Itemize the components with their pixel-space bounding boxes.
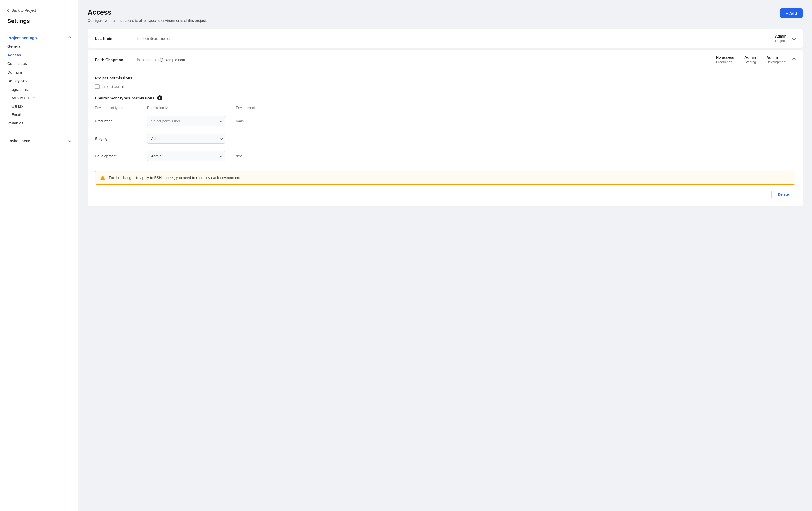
user-email-faith-chapman: faith.chapman@example.com <box>137 58 716 62</box>
page-header-left: Access Configure your users access to al… <box>88 8 207 23</box>
perm-level-production: No access <box>716 55 734 59</box>
sidebar-item-general[interactable]: General <box>0 42 78 51</box>
svg-text:!: ! <box>102 177 103 180</box>
delete-row: Delete <box>95 190 795 199</box>
perm-env-production: Production <box>716 60 734 64</box>
permission-select-development[interactable]: Select permission Admin Contributor View… <box>147 151 226 161</box>
sidebar-item-github[interactable]: GitHub <box>0 102 78 110</box>
perm-level-staging: Admin <box>745 55 756 59</box>
table-row-development: Development Select permission Admin Cont… <box>95 147 795 165</box>
env-name-development: dev <box>236 147 795 165</box>
perm-block-production: No access Production <box>716 55 734 64</box>
table-row-production: Production Select permission Admin Contr… <box>95 112 795 130</box>
collapse-chevron-icon <box>792 58 796 61</box>
main-content: Access Configure your users access to al… <box>78 0 812 511</box>
perm-env-development: Development <box>766 60 786 64</box>
sidebar-item-email[interactable]: Email <box>0 110 78 119</box>
table-row-staging: Staging Select permission Admin Contribu… <box>95 130 795 147</box>
project-settings-section: Project settings General Access Certific… <box>0 33 78 130</box>
perm-level: Admin <box>775 34 786 38</box>
permission-select-production[interactable]: Select permission Admin Contributor View… <box>147 116 226 126</box>
select-wrapper-production: Select permission Admin Contributor View… <box>147 116 226 126</box>
environments-chevron-icon <box>68 139 71 142</box>
chevron-left-icon <box>7 9 10 12</box>
perm-level-development: Admin <box>766 55 786 59</box>
sidebar-sub-divider <box>7 133 71 133</box>
env-permissions-header: Environment types permissions i <box>95 95 795 101</box>
perm-block-staging: Admin Staging <box>745 55 756 64</box>
user-perms-faith-chapman: No access Production Admin Staging Admin… <box>716 55 786 64</box>
user-perms-lea-klein: Admin Project <box>775 34 786 43</box>
select-wrapper-staging: Select permission Admin Contributor View… <box>147 134 226 144</box>
project-admin-row: project admin <box>95 84 795 89</box>
user-card-faith-chapman: Faith Chapman faith.chapman@example.com … <box>88 50 803 206</box>
info-icon[interactable]: i <box>157 95 162 101</box>
env-name-staging <box>236 130 795 147</box>
sidebar-environments[interactable]: Environments <box>0 136 78 146</box>
env-name-production: main <box>236 112 795 130</box>
warning-icon: ! <box>100 175 106 180</box>
perm-block-development: Admin Development <box>766 55 786 64</box>
back-label: Back to Project <box>11 8 36 12</box>
env-table: Environment types Permission type Enviro… <box>95 104 795 165</box>
col-header-permission-type: Permission type <box>147 104 236 112</box>
page-title: Access <box>88 8 207 17</box>
sidebar: Back to Project Settings Project setting… <box>0 0 78 511</box>
user-email-lea-klein: lea.klein@example.com <box>137 36 775 41</box>
user-row-faith-chapman[interactable]: Faith Chapman faith.chapman@example.com … <box>88 50 803 69</box>
perm-env: Project <box>775 39 786 43</box>
expanded-section: Project permissions project admin Enviro… <box>88 69 803 206</box>
warning-text: For the changes to apply to SSH access, … <box>109 176 241 180</box>
project-admin-checkbox[interactable] <box>95 84 100 89</box>
settings-title: Settings <box>0 18 78 29</box>
project-settings-header[interactable]: Project settings <box>0 33 78 42</box>
sidebar-item-deploy-key[interactable]: Deploy Key <box>0 77 78 85</box>
permission-select-staging[interactable]: Select permission Admin Contributor View… <box>147 134 226 144</box>
user-name-faith-chapman: Faith Chapman <box>95 57 137 62</box>
col-header-env-types: Environment types <box>95 104 147 112</box>
env-type-production: Production <box>95 112 147 130</box>
add-button-label: + Add <box>786 11 797 16</box>
permission-select-cell-staging: Select permission Admin Contributor View… <box>147 130 236 147</box>
page-subtitle: Configure your users access to all or sp… <box>88 19 207 23</box>
perm-block: Admin Project <box>775 34 786 43</box>
back-to-project-link[interactable]: Back to Project <box>0 6 78 18</box>
project-admin-label: project admin <box>102 85 124 89</box>
user-card-lea-klein: Lea Klein lea.klein@example.com Admin Pr… <box>88 29 803 48</box>
select-wrapper-development: Select permission Admin Contributor View… <box>147 151 226 161</box>
perm-env-staging: Staging <box>745 60 756 64</box>
expand-chevron-icon <box>792 36 796 40</box>
sidebar-divider <box>7 29 71 29</box>
sidebar-item-variables[interactable]: Variables <box>0 119 78 127</box>
env-type-staging: Staging <box>95 130 147 147</box>
add-button[interactable]: + Add <box>780 8 803 18</box>
environments-label: Environments <box>7 139 31 143</box>
permission-select-cell-production: Select permission Admin Contributor View… <box>147 112 236 130</box>
project-settings-label: Project settings <box>7 35 37 40</box>
env-type-development: Development <box>95 147 147 165</box>
sidebar-item-domains[interactable]: Domains <box>0 68 78 77</box>
page-header: Access Configure your users access to al… <box>88 8 803 23</box>
user-name-lea-klein: Lea Klein <box>95 36 137 41</box>
user-row-lea-klein[interactable]: Lea Klein lea.klein@example.com Admin Pr… <box>88 29 803 48</box>
sidebar-item-integrations[interactable]: Integrations <box>0 85 78 94</box>
sidebar-item-access[interactable]: Access <box>0 51 78 59</box>
sidebar-item-certificates[interactable]: Certificates <box>0 59 78 68</box>
sidebar-item-activity-scripts[interactable]: Activity Scripts <box>0 94 78 102</box>
delete-button[interactable]: Delete <box>771 190 795 199</box>
col-header-environments: Environments <box>236 104 795 112</box>
project-settings-chevron-icon <box>68 36 71 39</box>
warning-box: ! For the changes to apply to SSH access… <box>95 171 795 184</box>
env-permissions-title: Environment types permissions <box>95 96 154 100</box>
project-permissions-heading: Project permissions <box>95 76 795 80</box>
permission-select-cell-development: Select permission Admin Contributor View… <box>147 147 236 165</box>
